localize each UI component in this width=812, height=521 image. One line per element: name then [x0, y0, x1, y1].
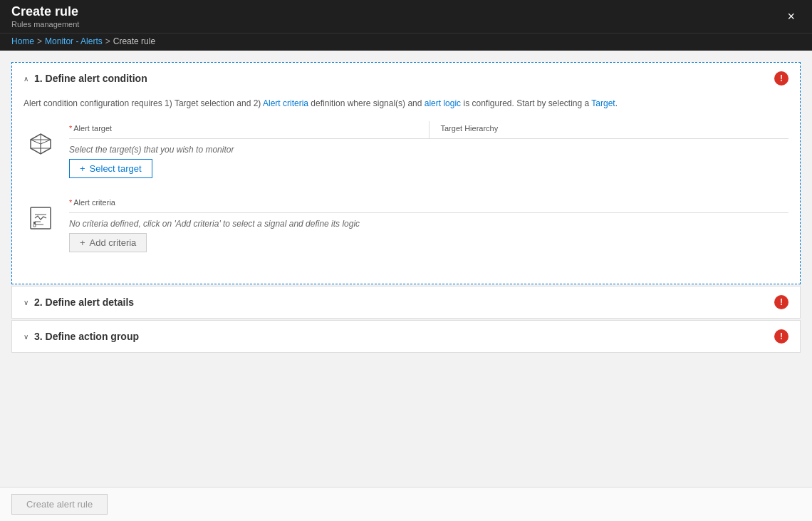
- main-content: ∧ 1. Define alert condition ! Alert cond…: [0, 51, 812, 473]
- topbar: Create rule Rules management ×: [0, 0, 812, 33]
- svg-line-4: [31, 140, 41, 144]
- required-star-target: *: [69, 124, 72, 133]
- alert-criteria-row: *Alert criteria No criteria defined, cli…: [24, 195, 788, 252]
- alert-target-fields: *Alert target Target Hierarchy Select th…: [69, 121, 788, 178]
- target-hierarchy-label: Target Hierarchy: [441, 124, 789, 133]
- add-criteria-label: Add criteria: [90, 237, 137, 248]
- alert-target-field-row: *Alert target Target Hierarchy: [69, 121, 788, 139]
- chevron-up-icon-1: ∧: [24, 75, 28, 83]
- chevron-down-icon-3: ∨: [24, 333, 28, 341]
- svg-line-5: [41, 140, 51, 144]
- create-alert-rule-button[interactable]: Create alert rule: [11, 494, 108, 515]
- svg-rect-11: [33, 222, 36, 224]
- section-define-action-group: ∨ 3. Define action group !: [11, 320, 801, 353]
- section-define-alert-condition: ∧ 1. Define alert condition ! Alert cond…: [11, 62, 801, 284]
- breadcrumb: Home > Monitor - Alerts > Create rule: [0, 33, 812, 51]
- target-hierarchy-col: Target Hierarchy: [429, 121, 789, 138]
- breadcrumb-home[interactable]: Home: [11, 36, 34, 46]
- add-criteria-plus-icon: +: [80, 237, 85, 248]
- breadcrumb-current: Create rule: [113, 36, 155, 46]
- alert-target-col: *Alert target: [69, 121, 417, 138]
- breadcrumb-sep-2: >: [105, 36, 110, 46]
- select-target-plus-icon: +: [80, 163, 85, 174]
- topbar-title-section: Create rule Rules management: [11, 4, 79, 29]
- section-title-1: 1. Define alert condition: [34, 73, 147, 84]
- section-title-2: 2. Define alert details: [34, 296, 134, 308]
- breadcrumb-sep-1: >: [37, 36, 42, 46]
- section-header-2[interactable]: ∨ 2. Define alert details !: [12, 287, 800, 318]
- add-criteria-button[interactable]: + Add criteria: [69, 233, 147, 252]
- chevron-down-icon-2: ∨: [24, 299, 28, 306]
- error-icon-1: !: [774, 71, 788, 86]
- alert-target-label: *Alert target: [69, 124, 417, 133]
- select-target-button[interactable]: + Select target: [69, 159, 152, 178]
- alert-target-placeholder: Select the target(s) that you wish to mo…: [69, 145, 788, 155]
- error-icon-2: !: [774, 295, 788, 309]
- target-icon: [24, 127, 58, 161]
- section-title-3: 3. Define action group: [34, 331, 139, 342]
- section-header-3[interactable]: ∨ 3. Define action group !: [12, 321, 800, 352]
- target-svg-icon: [28, 131, 53, 157]
- criteria-svg-icon: [28, 205, 53, 231]
- alert-criteria-placeholder: No criteria defined, click on 'Add crite…: [69, 219, 788, 229]
- alert-criteria-label: *Alert criteria: [69, 198, 788, 207]
- criteria-icon: [24, 201, 58, 235]
- section-info-text: Alert condition configuration requires 1…: [24, 94, 788, 110]
- select-target-label: Select target: [90, 163, 142, 174]
- section-body-1: Alert condition configuration requires 1…: [12, 94, 800, 284]
- required-star-criteria: *: [69, 198, 72, 207]
- alert-criteria-field-row: *Alert criteria: [69, 195, 788, 213]
- page-subtitle: Rules management: [11, 20, 79, 29]
- breadcrumb-monitor-alerts[interactable]: Monitor - Alerts: [45, 36, 103, 46]
- close-button[interactable]: ×: [781, 7, 801, 26]
- bottom-bar: Create alert rule: [0, 487, 812, 521]
- alert-target-row: *Alert target Target Hierarchy Select th…: [24, 121, 788, 178]
- alert-criteria-fields: *Alert criteria No criteria defined, cli…: [69, 195, 788, 252]
- section-header-1[interactable]: ∧ 1. Define alert condition !: [12, 63, 800, 94]
- page-title: Create rule: [11, 4, 79, 19]
- section-define-alert-details: ∨ 2. Define alert details !: [11, 286, 801, 319]
- error-icon-3: !: [774, 329, 788, 344]
- create-alert-rule-label: Create alert rule: [26, 499, 93, 510]
- alert-criteria-col: *Alert criteria: [69, 195, 788, 212]
